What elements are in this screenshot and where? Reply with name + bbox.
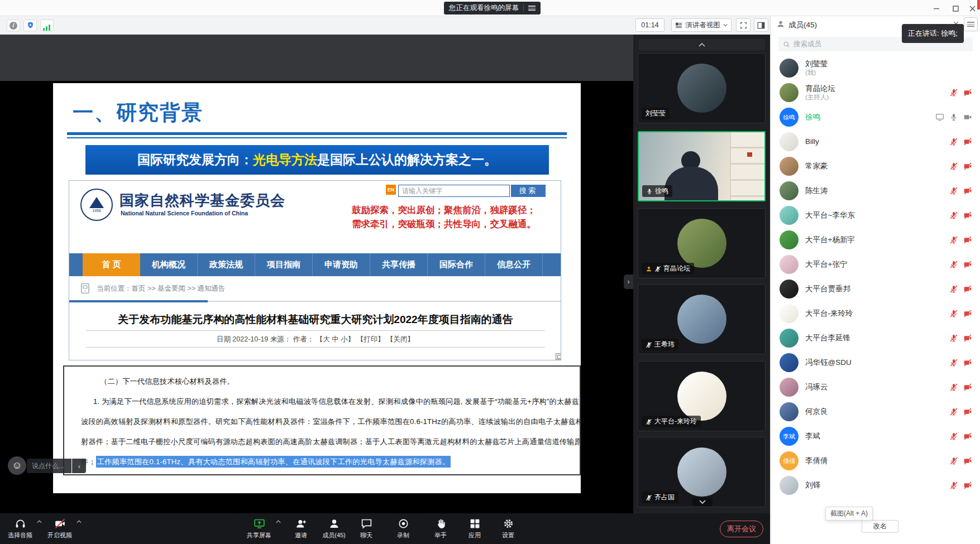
- network-status-button[interactable]: [40, 20, 54, 31]
- participant-name: 徐鸣: [655, 186, 668, 196]
- member-row-常家豪[interactable]: 常家豪: [771, 154, 980, 179]
- camera-off-icon: [963, 285, 972, 293]
- member-row-大平台李延锋[interactable]: 大平台李延锋: [771, 326, 980, 350]
- member-row-陈生涛[interactable]: 陈生涛: [771, 179, 980, 203]
- banner-menu-icon[interactable]: [528, 6, 536, 11]
- mic-off-icon: [646, 494, 652, 501]
- org-name-en: National Natural Science Foundation of C…: [121, 210, 248, 216]
- mic-off-icon: [949, 211, 958, 220]
- chat-collapse-button[interactable]: ‹: [72, 459, 86, 473]
- members-panel: 成员(45) ⋯ ✕ 搜索成员 正在讲话: 徐鸣; 刘莹莹(我)育晶论坛(主持人…: [770, 16, 980, 544]
- site-search-button[interactable]: 搜索: [511, 185, 546, 197]
- nav-item-0[interactable]: 首 页: [83, 253, 140, 276]
- meeting-info-button[interactable]: i: [7, 20, 20, 31]
- panel-menu-button[interactable]: [964, 17, 978, 31]
- emoji-button[interactable]: ☺: [8, 456, 26, 475]
- member-row-刘铎[interactable]: 刘铎: [771, 473, 980, 498]
- divider: [86, 330, 545, 331]
- audio-icon: [15, 518, 26, 529]
- member-row-何京良[interactable]: 何京良: [771, 399, 980, 424]
- toolbar-audio-button[interactable]: 选择音频: [0, 513, 40, 544]
- member-info: 大平台李延锋: [805, 334, 949, 343]
- member-avatar: [780, 402, 799, 421]
- leave-meeting-button[interactable]: 离开会议: [720, 521, 763, 537]
- nsfc-website-screenshot: 1956 国家自然科学基金委员会 National Natural Scienc…: [69, 180, 561, 360]
- watching-screen-banner[interactable]: 您正在观看徐鸣的屏幕: [444, 2, 541, 15]
- nav-item-3[interactable]: 项目指南: [255, 253, 313, 276]
- video-tile-育晶论坛[interactable]: 育晶论坛: [638, 208, 766, 278]
- video-tile-刘莹莹[interactable]: 刘莹莹: [638, 53, 766, 123]
- strip-scroll-down-button[interactable]: [692, 498, 713, 506]
- fullscreen-button[interactable]: [736, 18, 750, 32]
- member-row-育晶论坛[interactable]: 育晶论坛(主持人): [771, 80, 980, 105]
- member-status-icons: [949, 358, 972, 367]
- site-nav-bar: 首 页机构概况政策法规项目指南申请资助共享传播国际合作信息公开: [69, 253, 561, 276]
- divider: [67, 137, 567, 138]
- rename-button[interactable]: 改名: [862, 520, 898, 533]
- chevron-down-icon: [699, 500, 706, 504]
- nav-item-1[interactable]: 机构概况: [140, 253, 198, 276]
- member-row-徐鸣[interactable]: 徐鸣徐鸣: [771, 105, 980, 129]
- toolbar-video-button[interactable]: 开启视频: [40, 513, 80, 544]
- strip-scroll-up-button[interactable]: [639, 39, 765, 50]
- video-tile-大平台-来玲玲[interactable]: 大平台-来玲玲: [638, 361, 766, 431]
- toolbar-share-button[interactable]: 共享屏幕: [239, 513, 279, 544]
- member-row-大平台~李华东[interactable]: 大平台~李华东: [771, 203, 980, 228]
- nav-item-6[interactable]: 国际合作: [428, 253, 485, 276]
- expand-corner-icon: [556, 353, 561, 360]
- toolbar-hand-label: 举手: [434, 531, 447, 540]
- invite-icon: [295, 518, 307, 529]
- member-avatar: [780, 59, 799, 78]
- minimize-button[interactable]: [929, 3, 944, 13]
- member-info: 冯华钰@SDU: [805, 358, 949, 367]
- toolbar-settings-button[interactable]: 设置: [488, 513, 528, 544]
- camera-off-icon: [963, 383, 972, 392]
- side-panel-toggle[interactable]: [754, 18, 768, 32]
- signal-bars-icon: [43, 21, 51, 31]
- member-status-icons: [949, 186, 972, 195]
- expand-caret-icon[interactable]: [276, 520, 281, 523]
- member-info: 刘铎: [805, 481, 949, 490]
- toolbar-chat-button[interactable]: 聊天: [346, 513, 386, 544]
- member-row-冯华钰@SDU[interactable]: 冯华钰@SDU: [771, 350, 980, 375]
- view-mode-dropdown[interactable]: 演讲者视图: [671, 18, 732, 32]
- site-search-input[interactable]: 请输入关键字: [398, 185, 510, 197]
- member-avatar: [780, 206, 799, 225]
- toolbar-record-button[interactable]: 录制: [383, 513, 423, 544]
- member-name: 常家豪: [805, 162, 949, 171]
- nav-item-4[interactable]: 申请资助: [313, 253, 370, 276]
- toolbar-settings-label: 设置: [502, 531, 514, 540]
- maximize-button[interactable]: [948, 3, 963, 13]
- video-tile-徐鸣[interactable]: 徐鸣: [638, 131, 766, 201]
- toolbar-apps-label: 应用: [469, 531, 481, 540]
- en-language-badge[interactable]: EN: [386, 185, 396, 195]
- video-tile-齐占国[interactable]: 齐占国: [638, 437, 766, 507]
- member-row-Billy[interactable]: Billy: [771, 129, 980, 154]
- member-row-刘莹莹[interactable]: 刘莹莹(我): [771, 56, 980, 80]
- member-row-李倩倩[interactable]: 倩倩李倩倩: [771, 449, 980, 473]
- member-name: 李斌: [805, 432, 949, 441]
- participant-name: 大平台-来玲玲: [654, 417, 697, 426]
- security-button[interactable]: [23, 20, 37, 31]
- quick-chat-input[interactable]: 说点什么...: [27, 459, 71, 473]
- member-row-大平台+张宁[interactable]: 大平台+张宁: [771, 252, 980, 277]
- shield-plus-icon: [26, 21, 35, 30]
- member-row-大平台-来玲玲[interactable]: 大平台-来玲玲: [771, 301, 980, 326]
- expand-caret-icon[interactable]: [77, 520, 82, 523]
- nav-item-7[interactable]: 信息公开: [485, 253, 543, 276]
- member-row-李斌[interactable]: 李斌李斌: [771, 424, 980, 449]
- member-avatar: 李斌: [780, 427, 799, 446]
- member-status-icons: [949, 88, 972, 97]
- apps-icon: [469, 518, 481, 529]
- video-strip-collapse-handle[interactable]: ›: [624, 275, 633, 289]
- member-info: 李倩倩: [805, 456, 949, 465]
- member-row-大平台+杨新宇[interactable]: 大平台+杨新宇: [771, 228, 980, 252]
- member-row-大平台贾垂邦[interactable]: 大平台贾垂邦: [771, 277, 980, 301]
- video-tile-王希玮[interactable]: 王希玮: [638, 284, 766, 354]
- member-row-冯琢云[interactable]: 冯琢云: [771, 375, 980, 399]
- settings-icon: [503, 518, 514, 529]
- nav-item-5[interactable]: 共享传播: [370, 253, 428, 276]
- nav-item-2[interactable]: 政策法规: [198, 253, 255, 276]
- participant-name-label: 王希玮: [642, 339, 678, 350]
- member-info: 大平台+杨新宇: [805, 235, 949, 244]
